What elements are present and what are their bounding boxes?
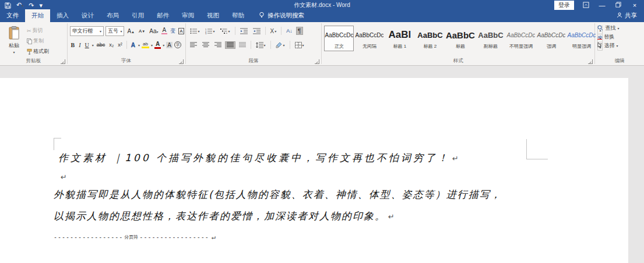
styles-dialog-launcher[interactable] [588, 59, 593, 64]
character-border-button[interactable]: A [178, 28, 184, 34]
shading-button[interactable]: ▾ [274, 41, 287, 49]
minimize-button[interactable]: — [597, 2, 607, 9]
style-name: 明显强调 [572, 43, 591, 49]
styles-group: AaBbCcDc正文AaBbCcDc无间隔AaBl标题 1AaBbC标题 2Aa… [322, 22, 594, 65]
align-right-button[interactable] [213, 41, 223, 49]
character-shading-button[interactable]: A [166, 42, 173, 48]
bullets-button[interactable]: ▾ [188, 27, 202, 35]
tab-插入[interactable]: 插入 [50, 9, 75, 22]
style-sample: AaBl [389, 27, 411, 43]
style-name: 正文 [335, 43, 344, 49]
distribute-button[interactable] [237, 41, 248, 49]
subscript-button[interactable]: x₂ [108, 42, 115, 48]
style-标题[interactable]: AaBbC标题 [445, 26, 475, 51]
cut-button[interactable]: ✂ 剪切 [26, 26, 50, 35]
enclose-characters-button[interactable]: 字 [174, 41, 181, 48]
text-effects-button[interactable]: A [130, 42, 136, 48]
replace-button[interactable]: ab 替换 [597, 33, 643, 41]
redo-button[interactable]: ↷ [29, 2, 34, 9]
asian-layout-button[interactable]: X▾ [269, 27, 279, 35]
save-icon[interactable] [5, 2, 11, 9]
font-size-combo[interactable]: 五号▾ [105, 26, 124, 36]
style-无间隔[interactable]: AaBbCcDc无间隔 [354, 26, 384, 51]
underline-button[interactable]: U [84, 42, 90, 48]
sort-button[interactable]: A↓ [284, 27, 294, 34]
tab-帮助[interactable]: 帮助 [226, 9, 251, 22]
paragraph-mark-icon: ↵ [452, 154, 459, 163]
line-text: 以揭示人物的思想性格，表达作者的爱憎，加深读者对人物的印象。 [54, 210, 386, 222]
font-name-combo[interactable]: 华文行楷▾ [70, 26, 104, 36]
tab-引用[interactable]: 引用 [125, 9, 150, 22]
decrease-indent-button[interactable] [238, 27, 249, 35]
style-强调[interactable]: AaBbCcDc强调 [536, 26, 566, 51]
select-button[interactable]: 选择 ▾ [597, 42, 643, 49]
numbering-button[interactable]: 123 ▾ [203, 27, 217, 35]
paste-dropdown-icon[interactable]: ▾ [13, 50, 15, 54]
quick-access-toolbar: ↶▾ ↷ ▾ [0, 2, 43, 9]
ribbon-display-options-icon[interactable] [581, 2, 590, 9]
highlight-color-button[interactable]: ab [142, 41, 149, 48]
paragraph-dialog-launcher[interactable] [315, 59, 319, 64]
close-button[interactable]: × [630, 2, 639, 9]
cursor-icon [597, 42, 602, 49]
tab-设计[interactable]: 设计 [75, 9, 100, 22]
word-window: ↶▾ ↷ ▾ 作文素材.docx - Word 登录 — × 文件开始插入设计布… [0, 0, 644, 263]
copy-button[interactable]: 复制 [26, 37, 50, 45]
line-spacing-button[interactable]: ▾ [254, 41, 268, 49]
style-name: 标题 2 [424, 43, 437, 49]
align-center-button[interactable] [200, 41, 211, 49]
tab-视图[interactable]: 视图 [200, 9, 226, 22]
style-标题 1[interactable]: AaBl标题 1 [385, 26, 414, 51]
show-hide-marks-button[interactable]: ¶ [296, 27, 303, 35]
document-text-line[interactable]: ↵ [58, 170, 67, 182]
tab-文件[interactable]: 文件 [0, 9, 25, 22]
person-icon [617, 12, 622, 19]
style-sample: AaBbCcDc [537, 27, 565, 43]
document-text-line[interactable]: 作文素材 ｜100 个描写外貌的佳句尽收囊中，写作文再也不怕词穷了！↵ [58, 151, 459, 165]
customize-qat-dropdown-icon[interactable]: ▾ [39, 2, 43, 9]
multilevel-list-button[interactable]: ▾ [219, 27, 232, 35]
document-text-line[interactable]: 外貌描写即是从人物的体貌特征(包括人物的容貌、衣着、神情、体型、姿态等）进行描写… [54, 188, 502, 201]
restore-button[interactable] [614, 2, 623, 9]
font-color-button[interactable]: A [154, 41, 161, 49]
strikethrough-button[interactable]: abc [96, 42, 107, 48]
phonetic-guide-button[interactable]: 变 [169, 27, 177, 35]
clear-formatting-button[interactable]: A [161, 27, 168, 34]
editing-group: 查找 ▾ ab 替换 选择 ▾ 编辑 [595, 22, 644, 65]
style-不明显强调[interactable]: AaBbCcDc不明显强调 [506, 26, 536, 51]
style-正文[interactable]: AaBbCcDc正文 [324, 26, 354, 51]
italic-button[interactable]: I [78, 42, 82, 48]
document-text-line[interactable]: 以揭示人物的思想性格，表达作者的爱憎，加深读者对人物的印象。↵ [54, 209, 395, 223]
tab-布局[interactable]: 布局 [100, 9, 125, 22]
superscript-button[interactable]: x² [117, 42, 124, 48]
style-sample: AaBbCcDc [355, 27, 383, 43]
bold-button[interactable]: B [70, 42, 76, 48]
style-副标题[interactable]: AaBbC副标题 [476, 26, 505, 51]
tell-me-search[interactable]: 操作说明搜索 [259, 12, 304, 22]
justify-button[interactable] [225, 41, 235, 49]
borders-button[interactable]: ▾ [293, 41, 306, 49]
increase-indent-button[interactable] [251, 27, 262, 35]
tab-邮件[interactable]: 邮件 [150, 9, 175, 22]
find-button[interactable]: 查找 ▾ [597, 24, 643, 32]
style-name: 标题 1 [393, 43, 407, 49]
style-标题 2[interactable]: AaBbC标题 2 [415, 26, 445, 51]
style-明显强调[interactable]: AaBbCcDc明显强调 [566, 26, 596, 51]
clipboard-dialog-launcher[interactable] [61, 59, 65, 64]
change-case-button[interactable]: Aa▾ [148, 28, 159, 34]
sign-in-button[interactable]: 登录 [554, 1, 574, 10]
tab-开始[interactable]: 开始 [25, 9, 50, 22]
ribbon: 粘贴 ▾ ✂ 剪切 复制 格式刷 [0, 22, 644, 66]
replace-icon: ab [597, 35, 602, 40]
shrink-font-button[interactable]: A▼ [138, 29, 146, 34]
paste-button[interactable]: 粘贴 ▾ [2, 24, 26, 58]
font-dialog-launcher[interactable] [179, 59, 184, 64]
align-left-button[interactable] [188, 41, 199, 49]
format-painter-button[interactable]: 格式刷 [26, 47, 50, 56]
style-name: 副标题 [484, 43, 498, 49]
share-button[interactable]: 共享 [617, 12, 644, 22]
paragraph-mark-icon: ↵ [61, 173, 67, 182]
tab-审阅[interactable]: 审阅 [175, 9, 200, 22]
undo-button[interactable]: ↶▾ [16, 2, 23, 9]
grow-font-button[interactable]: A▲ [126, 28, 136, 34]
